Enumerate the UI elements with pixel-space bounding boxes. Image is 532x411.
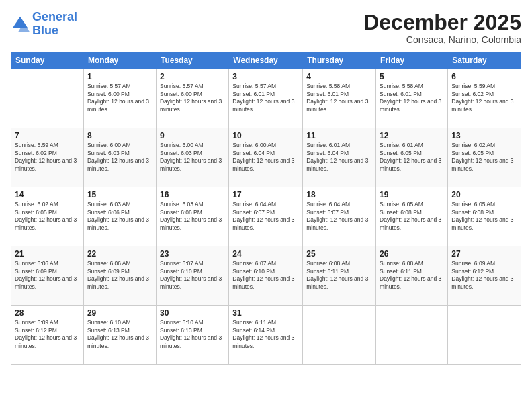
day-number: 24 [232, 249, 299, 259]
day-number: 7 [15, 131, 80, 140]
calendar-cell [448, 306, 521, 365]
calendar-cell: 21Sunrise: 6:06 AM Sunset: 6:09 PM Dayli… [11, 246, 84, 306]
logo-blue: Blue [32, 24, 58, 37]
day-info: Sunrise: 6:04 AM Sunset: 6:07 PM Dayligh… [232, 201, 299, 232]
day-number: 13 [451, 131, 517, 140]
header: General Blue December 2025 Consaca, Nari… [11, 11, 521, 45]
calendar-cell: 18Sunrise: 6:04 AM Sunset: 6:07 PM Dayli… [303, 187, 376, 246]
day-info: Sunrise: 6:10 AM Sunset: 6:13 PM Dayligh… [160, 319, 225, 350]
day-number: 31 [232, 308, 299, 318]
calendar-cell: 22Sunrise: 6:06 AM Sunset: 6:09 PM Dayli… [83, 246, 156, 306]
day-number: 4 [306, 72, 372, 81]
calendar-cell: 29Sunrise: 6:10 AM Sunset: 6:13 PM Dayli… [83, 306, 156, 365]
calendar-cell: 26Sunrise: 6:08 AM Sunset: 6:11 PM Dayli… [376, 246, 448, 306]
day-info: Sunrise: 6:01 AM Sunset: 6:05 PM Dayligh… [380, 142, 444, 173]
day-info: Sunrise: 6:02 AM Sunset: 6:05 PM Dayligh… [451, 142, 517, 173]
day-info: Sunrise: 6:07 AM Sunset: 6:10 PM Dayligh… [160, 260, 225, 291]
day-info: Sunrise: 6:07 AM Sunset: 6:10 PM Dayligh… [232, 260, 299, 291]
calendar-cell [11, 69, 84, 128]
calendar-cell [376, 306, 448, 365]
calendar-cell: 7Sunrise: 5:59 AM Sunset: 6:02 PM Daylig… [11, 128, 84, 187]
day-number: 14 [15, 190, 80, 199]
day-number: 5 [380, 72, 444, 81]
day-number: 27 [451, 249, 517, 259]
day-info: Sunrise: 6:06 AM Sunset: 6:09 PM Dayligh… [87, 260, 152, 291]
day-number: 8 [87, 131, 152, 140]
day-number: 20 [451, 190, 517, 199]
weekday-header-thursday: Thursday [303, 52, 376, 69]
weekday-header-monday: Monday [83, 52, 156, 69]
calendar-cell: 12Sunrise: 6:01 AM Sunset: 6:05 PM Dayli… [376, 128, 448, 187]
weekday-header-friday: Friday [376, 52, 448, 69]
day-number: 15 [87, 190, 152, 199]
day-info: Sunrise: 6:05 AM Sunset: 6:08 PM Dayligh… [380, 201, 444, 232]
weekday-header-row: SundayMondayTuesdayWednesdayThursdayFrid… [11, 52, 521, 69]
logo-icon [11, 15, 30, 34]
day-info: Sunrise: 5:58 AM Sunset: 6:01 PM Dayligh… [306, 83, 372, 113]
month-title: December 2025 [363, 11, 521, 34]
day-info: Sunrise: 5:59 AM Sunset: 6:02 PM Dayligh… [451, 83, 517, 113]
calendar-cell: 16Sunrise: 6:03 AM Sunset: 6:06 PM Dayli… [156, 187, 228, 246]
calendar-cell: 28Sunrise: 6:09 AM Sunset: 6:12 PM Dayli… [11, 306, 84, 365]
calendar-cell: 10Sunrise: 6:00 AM Sunset: 6:04 PM Dayli… [229, 128, 303, 187]
day-info: Sunrise: 6:00 AM Sunset: 6:04 PM Dayligh… [232, 142, 299, 173]
calendar-cell [303, 306, 376, 365]
weekday-header-tuesday: Tuesday [156, 52, 228, 69]
calendar-cell: 3Sunrise: 5:57 AM Sunset: 6:01 PM Daylig… [229, 69, 303, 128]
calendar-cell: 13Sunrise: 6:02 AM Sunset: 6:05 PM Dayli… [448, 128, 521, 187]
day-number: 1 [87, 72, 152, 81]
calendar-cell: 19Sunrise: 6:05 AM Sunset: 6:08 PM Dayli… [376, 187, 448, 246]
day-number: 22 [87, 249, 152, 259]
calendar-cell: 27Sunrise: 6:09 AM Sunset: 6:12 PM Dayli… [448, 246, 521, 306]
day-info: Sunrise: 6:09 AM Sunset: 6:12 PM Dayligh… [451, 260, 517, 291]
calendar-cell: 11Sunrise: 6:01 AM Sunset: 6:04 PM Dayli… [303, 128, 376, 187]
day-number: 18 [306, 190, 372, 199]
day-number: 11 [306, 131, 372, 140]
calendar-cell: 24Sunrise: 6:07 AM Sunset: 6:10 PM Dayli… [229, 246, 303, 306]
day-number: 28 [15, 308, 80, 318]
weekday-header-sunday: Sunday [11, 52, 84, 69]
day-number: 10 [232, 131, 299, 140]
calendar-cell: 6Sunrise: 5:59 AM Sunset: 6:02 PM Daylig… [448, 69, 521, 128]
day-number: 2 [160, 72, 225, 81]
day-info: Sunrise: 6:04 AM Sunset: 6:07 PM Dayligh… [306, 201, 372, 232]
calendar-cell: 5Sunrise: 5:58 AM Sunset: 6:01 PM Daylig… [376, 69, 448, 128]
week-row-5: 28Sunrise: 6:09 AM Sunset: 6:12 PM Dayli… [11, 306, 521, 365]
calendar-cell: 30Sunrise: 6:10 AM Sunset: 6:13 PM Dayli… [156, 306, 228, 365]
week-row-1: 1Sunrise: 5:57 AM Sunset: 6:00 PM Daylig… [11, 69, 521, 128]
day-info: Sunrise: 6:08 AM Sunset: 6:11 PM Dayligh… [380, 260, 444, 291]
logo: General Blue [11, 11, 77, 38]
day-info: Sunrise: 5:57 AM Sunset: 6:01 PM Dayligh… [232, 83, 299, 113]
day-info: Sunrise: 6:06 AM Sunset: 6:09 PM Dayligh… [15, 260, 80, 291]
day-info: Sunrise: 6:01 AM Sunset: 6:04 PM Dayligh… [306, 142, 372, 173]
page-container: General Blue December 2025 Consaca, Nari… [0, 0, 532, 411]
calendar-cell: 1Sunrise: 5:57 AM Sunset: 6:00 PM Daylig… [83, 69, 156, 128]
day-info: Sunrise: 5:57 AM Sunset: 6:00 PM Dayligh… [160, 83, 225, 113]
week-row-2: 7Sunrise: 5:59 AM Sunset: 6:02 PM Daylig… [11, 128, 521, 187]
logo-general: General [32, 10, 77, 24]
day-info: Sunrise: 6:08 AM Sunset: 6:11 PM Dayligh… [306, 260, 372, 291]
day-info: Sunrise: 5:58 AM Sunset: 6:01 PM Dayligh… [380, 83, 444, 113]
calendar: SundayMondayTuesdayWednesdayThursdayFrid… [11, 52, 521, 365]
day-info: Sunrise: 6:00 AM Sunset: 6:03 PM Dayligh… [160, 142, 225, 173]
day-number: 6 [451, 72, 517, 81]
day-number: 12 [380, 131, 444, 140]
calendar-cell: 4Sunrise: 5:58 AM Sunset: 6:01 PM Daylig… [303, 69, 376, 128]
day-info: Sunrise: 6:11 AM Sunset: 6:14 PM Dayligh… [232, 319, 299, 350]
day-number: 9 [160, 131, 225, 140]
day-number: 16 [160, 190, 225, 199]
logo-text: General Blue [32, 11, 77, 38]
weekday-header-saturday: Saturday [448, 52, 521, 69]
day-info: Sunrise: 5:59 AM Sunset: 6:02 PM Dayligh… [15, 142, 80, 173]
day-number: 25 [306, 249, 372, 259]
week-row-4: 21Sunrise: 6:06 AM Sunset: 6:09 PM Dayli… [11, 246, 521, 306]
day-info: Sunrise: 6:10 AM Sunset: 6:13 PM Dayligh… [87, 319, 152, 350]
day-number: 23 [160, 249, 225, 259]
location: Consaca, Narino, Colombia [363, 34, 521, 45]
day-number: 3 [232, 72, 299, 81]
day-info: Sunrise: 6:02 AM Sunset: 6:05 PM Dayligh… [15, 201, 80, 232]
calendar-cell: 2Sunrise: 5:57 AM Sunset: 6:00 PM Daylig… [156, 69, 228, 128]
calendar-cell: 8Sunrise: 6:00 AM Sunset: 6:03 PM Daylig… [83, 128, 156, 187]
week-row-3: 14Sunrise: 6:02 AM Sunset: 6:05 PM Dayli… [11, 187, 521, 246]
title-block: December 2025 Consaca, Narino, Colombia [363, 11, 521, 45]
